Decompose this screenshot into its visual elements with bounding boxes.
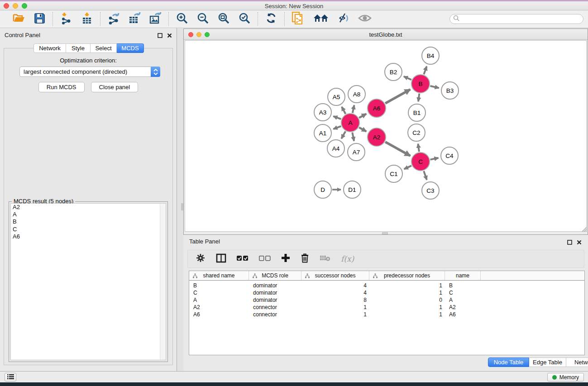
table-row[interactable]: A6connector11A6 xyxy=(189,311,584,318)
apply-layout-button[interactable] xyxy=(264,12,278,26)
network-node-A1[interactable]: A1 xyxy=(314,124,332,142)
network-node-A[interactable]: A xyxy=(341,113,360,132)
table-cell[interactable]: A xyxy=(189,297,249,303)
network-canvas[interactable]: AA1A2A3A4A5A6A7A8BB1B2B3B4CC1C2C3C4DD1 xyxy=(185,40,587,232)
table-cell[interactable]: dominator xyxy=(249,290,301,296)
tab-select[interactable]: Select xyxy=(91,43,117,53)
table-cell[interactable]: dominator xyxy=(249,297,301,303)
network-edge-B-B3[interactable] xyxy=(430,86,439,88)
memory-button[interactable]: Memory xyxy=(547,373,584,381)
network-edge-A6-B[interactable] xyxy=(385,90,410,104)
network-edge-C-C2[interactable] xyxy=(418,144,419,152)
table-row[interactable]: Bdominator41B xyxy=(189,282,584,289)
show-all-columns-button[interactable] xyxy=(237,255,249,263)
network-edge-B-B4[interactable] xyxy=(424,67,426,75)
network-edge-A2-C[interactable] xyxy=(385,142,410,156)
network-edge-C-C1[interactable] xyxy=(404,166,411,169)
mcds-result-item[interactable]: A2 xyxy=(11,204,166,211)
table-cell[interactable]: 4 xyxy=(301,282,369,289)
horizontal-scrollbar-thumb[interactable] xyxy=(382,232,388,234)
table-row[interactable]: A2connector11A2 xyxy=(189,304,584,311)
show-selected-button[interactable] xyxy=(358,12,372,26)
search-field[interactable] xyxy=(449,14,583,24)
network-node-C4[interactable]: C4 xyxy=(440,147,459,165)
network-edge-A-A1[interactable] xyxy=(333,126,341,129)
column-header-name[interactable]: name xyxy=(445,271,481,280)
export-network-button[interactable] xyxy=(107,12,120,26)
network-node-B2[interactable]: B2 xyxy=(384,63,402,81)
table-options-button[interactable] xyxy=(196,253,206,265)
hide-selected-button[interactable] xyxy=(337,12,351,26)
network-edge-A-A7[interactable] xyxy=(352,133,354,141)
mcds-result-item[interactable]: B xyxy=(11,218,166,225)
table-row[interactable]: Adominator80A xyxy=(189,296,584,304)
export-table-button[interactable] xyxy=(128,12,141,26)
table-cell[interactable]: 1 xyxy=(369,304,445,310)
table-cell[interactable]: 1 xyxy=(369,290,445,296)
network-node-B4[interactable]: B4 xyxy=(421,47,440,65)
network-node-C1[interactable]: C1 xyxy=(385,165,403,183)
network-edge-A-A6[interactable] xyxy=(359,114,366,118)
import-table-button[interactable] xyxy=(80,12,94,26)
mcds-list-scrollbar[interactable] xyxy=(160,204,166,360)
table-cell[interactable]: A2 xyxy=(445,304,481,310)
tab-style[interactable]: Style xyxy=(66,43,91,53)
column-header-predecessor-nodes[interactable]: predecessor nodes xyxy=(369,271,445,280)
network-node-C[interactable]: C xyxy=(411,152,430,171)
zoom-out-button[interactable] xyxy=(196,12,210,26)
table-cell[interactable]: connector xyxy=(249,304,301,310)
column-header-successor-nodes[interactable]: successor nodes xyxy=(301,271,369,280)
network-node-A7[interactable]: A7 xyxy=(347,143,365,161)
show-all-button[interactable] xyxy=(312,12,330,26)
network-node-B[interactable]: B xyxy=(411,74,430,93)
delete-columns-button[interactable] xyxy=(301,253,309,265)
optimization-criterion-select[interactable]: largest connected component (directed) xyxy=(19,67,160,77)
table-cell[interactable]: A2 xyxy=(189,304,249,310)
save-session-button[interactable] xyxy=(33,12,46,26)
table-cell[interactable]: dominator xyxy=(249,282,301,289)
network-node-D1[interactable]: D1 xyxy=(343,181,361,199)
resize-grip[interactable] xyxy=(581,226,587,234)
float-panel-icon[interactable] xyxy=(567,238,572,247)
network-node-A8[interactable]: A8 xyxy=(348,85,366,103)
float-panel-icon[interactable] xyxy=(158,32,163,40)
zoom-in-button[interactable] xyxy=(175,12,189,26)
network-node-B3[interactable]: B3 xyxy=(441,81,459,100)
table-cell[interactable]: C xyxy=(445,290,481,296)
network-edge-A-A8[interactable] xyxy=(353,105,354,113)
network-node-A3[interactable]: A3 xyxy=(314,103,332,121)
hide-all-columns-button[interactable] xyxy=(259,255,271,263)
table-cell[interactable]: B xyxy=(445,282,481,289)
network-node-D[interactable]: D xyxy=(314,181,332,199)
tab-edge-table[interactable]: Edge Table xyxy=(529,357,566,367)
network-edge-B-B1[interactable] xyxy=(418,94,419,101)
open-session-button[interactable] xyxy=(12,12,25,26)
table-cell[interactable]: 1 xyxy=(369,282,445,289)
network-edge-C-C3[interactable] xyxy=(424,171,427,180)
table-cell[interactable]: 1 xyxy=(301,311,369,318)
network-edge-A-A2[interactable] xyxy=(359,128,366,132)
mcds-result-item[interactable]: C xyxy=(11,226,166,233)
table-cell[interactable]: 8 xyxy=(301,297,369,303)
mcds-result-item[interactable]: A6 xyxy=(11,233,166,240)
network-edge-B-B2[interactable] xyxy=(404,76,411,80)
export-image-button[interactable] xyxy=(148,12,162,26)
table-cell[interactable]: B xyxy=(189,282,249,289)
table-cell[interactable]: 1 xyxy=(369,311,445,318)
network-node-A6[interactable]: A6 xyxy=(367,99,386,118)
network-node-B1[interactable]: B1 xyxy=(408,104,426,122)
network-edge-C-C4[interactable] xyxy=(430,158,439,160)
table-cell[interactable]: 0 xyxy=(369,297,445,303)
close-panel-icon[interactable] xyxy=(577,238,582,247)
table-cell[interactable]: 1 xyxy=(301,304,369,310)
network-edge-A-A4[interactable] xyxy=(341,131,345,138)
table-cell[interactable]: 4 xyxy=(301,290,369,296)
column-header-shared-name[interactable]: shared name xyxy=(189,271,249,280)
network-node-C3[interactable]: C3 xyxy=(421,181,440,200)
network-node-A5[interactable]: A5 xyxy=(327,88,345,106)
column-header-mcds-role[interactable]: MCDS role xyxy=(249,271,301,280)
function-builder-button[interactable]: f(x) xyxy=(341,254,354,263)
zoom-selected-button[interactable] xyxy=(238,12,251,26)
network-node-A4[interactable]: A4 xyxy=(327,139,345,157)
table-cell[interactable]: A xyxy=(445,297,481,303)
